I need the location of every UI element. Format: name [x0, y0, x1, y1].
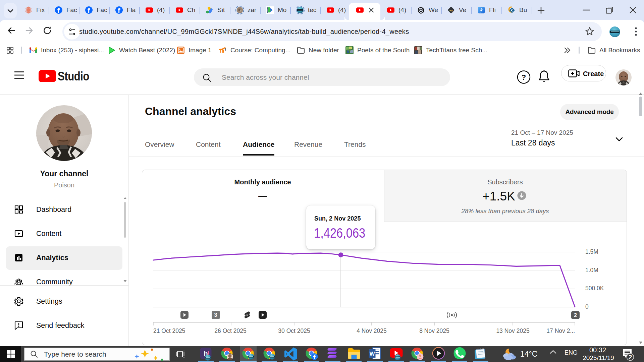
svg-text:13 Nov 2025: 13 Nov 2025	[496, 327, 529, 334]
svg-text:W: W	[369, 351, 375, 357]
svg-text:2: 2	[574, 312, 577, 318]
svg-text:?: ?	[522, 73, 526, 81]
svg-text:4 Nov 2025: 4 Nov 2025	[357, 327, 387, 334]
svg-text:1.5M: 1.5M	[585, 248, 598, 255]
svg-text:1.0M: 1.0M	[585, 267, 598, 274]
svg-text:0: 0	[585, 303, 589, 310]
svg-text:26 Oct 2025: 26 Oct 2025	[214, 327, 246, 334]
svg-text:500.0K: 500.0K	[585, 285, 604, 292]
svg-text:30 Oct 2025: 30 Oct 2025	[278, 327, 310, 334]
svg-text:3: 3	[214, 312, 217, 318]
svg-text:17 Nov 2...: 17 Nov 2...	[546, 327, 575, 334]
svg-text:21 Oct 2025: 21 Oct 2025	[153, 327, 185, 334]
svg-text:2: 2	[629, 354, 632, 361]
svg-text:FS: FS	[449, 9, 453, 12]
svg-text:8 Nov 2025: 8 Nov 2025	[419, 327, 449, 334]
